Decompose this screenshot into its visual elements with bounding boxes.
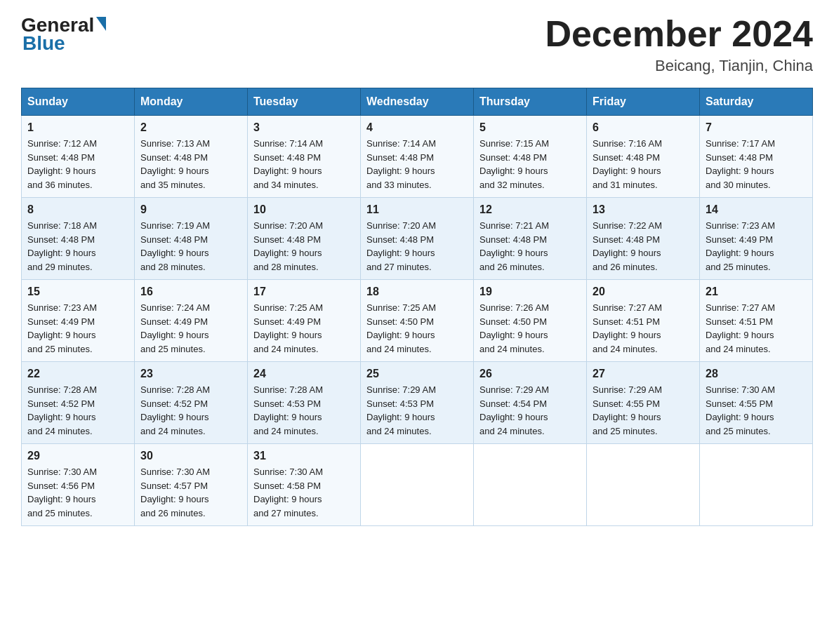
day-info: Sunrise: 7:14 AM Sunset: 4:48 PM Dayligh…	[253, 137, 355, 192]
day-number: 9	[140, 203, 241, 216]
day-cell: 18 Sunrise: 7:25 AM Sunset: 4:50 PM Dayl…	[361, 280, 474, 362]
header-cell-friday: Friday	[587, 88, 700, 116]
day-number: 11	[366, 203, 468, 216]
calendar-table: SundayMondayTuesdayWednesdayThursdayFrid…	[21, 88, 813, 526]
header-cell-sunday: Sunday	[22, 88, 135, 116]
day-info: Sunrise: 7:28 AM Sunset: 4:53 PM Dayligh…	[253, 383, 355, 438]
week-row-2: 8 Sunrise: 7:18 AM Sunset: 4:48 PM Dayli…	[22, 198, 813, 280]
page-header: General Blue December 2024 Beicang, Tian…	[21, 14, 813, 75]
day-info: Sunrise: 7:25 AM Sunset: 4:49 PM Dayligh…	[253, 301, 355, 356]
day-number: 2	[140, 121, 241, 134]
day-info: Sunrise: 7:20 AM Sunset: 4:48 PM Dayligh…	[253, 219, 355, 274]
day-info: Sunrise: 7:26 AM Sunset: 4:50 PM Dayligh…	[479, 301, 581, 356]
day-info: Sunrise: 7:27 AM Sunset: 4:51 PM Dayligh…	[706, 301, 807, 356]
day-cell: 27 Sunrise: 7:29 AM Sunset: 4:55 PM Dayl…	[587, 362, 700, 444]
header-cell-thursday: Thursday	[474, 88, 587, 116]
week-row-5: 29 Sunrise: 7:30 AM Sunset: 4:56 PM Dayl…	[22, 444, 813, 526]
day-number: 25	[366, 368, 468, 380]
day-info: Sunrise: 7:28 AM Sunset: 4:52 PM Dayligh…	[27, 383, 128, 438]
location-title: Beicang, Tianjin, China	[545, 57, 813, 75]
day-info: Sunrise: 7:25 AM Sunset: 4:50 PM Dayligh…	[366, 301, 468, 356]
day-number: 19	[479, 286, 581, 298]
day-number: 24	[253, 368, 355, 380]
day-info: Sunrise: 7:12 AM Sunset: 4:48 PM Dayligh…	[27, 137, 128, 192]
day-info: Sunrise: 7:13 AM Sunset: 4:48 PM Dayligh…	[140, 137, 241, 192]
day-number: 17	[253, 286, 355, 298]
month-title: December 2024	[545, 14, 813, 54]
day-cell: 17 Sunrise: 7:25 AM Sunset: 4:49 PM Dayl…	[248, 280, 361, 362]
header-cell-tuesday: Tuesday	[248, 88, 361, 116]
day-cell: 22 Sunrise: 7:28 AM Sunset: 4:52 PM Dayl…	[22, 362, 135, 444]
day-info: Sunrise: 7:17 AM Sunset: 4:48 PM Dayligh…	[706, 137, 807, 192]
day-number: 10	[253, 203, 355, 216]
day-number: 4	[366, 121, 468, 134]
day-number: 23	[140, 368, 241, 380]
day-number: 29	[27, 450, 128, 462]
day-cell: 31 Sunrise: 7:30 AM Sunset: 4:58 PM Dayl…	[248, 444, 361, 526]
day-cell: 14 Sunrise: 7:23 AM Sunset: 4:49 PM Dayl…	[700, 198, 813, 280]
day-cell: 12 Sunrise: 7:21 AM Sunset: 4:48 PM Dayl…	[474, 198, 587, 280]
day-info: Sunrise: 7:19 AM Sunset: 4:48 PM Dayligh…	[140, 219, 241, 274]
day-cell: 3 Sunrise: 7:14 AM Sunset: 4:48 PM Dayli…	[248, 116, 361, 198]
day-info: Sunrise: 7:14 AM Sunset: 4:48 PM Dayligh…	[366, 137, 468, 192]
day-info: Sunrise: 7:29 AM Sunset: 4:53 PM Dayligh…	[366, 383, 468, 438]
day-cell: 20 Sunrise: 7:27 AM Sunset: 4:51 PM Dayl…	[587, 280, 700, 362]
week-row-1: 1 Sunrise: 7:12 AM Sunset: 4:48 PM Dayli…	[22, 116, 813, 198]
day-cell: 21 Sunrise: 7:27 AM Sunset: 4:51 PM Dayl…	[700, 280, 813, 362]
day-cell: 24 Sunrise: 7:28 AM Sunset: 4:53 PM Dayl…	[248, 362, 361, 444]
day-cell: 9 Sunrise: 7:19 AM Sunset: 4:48 PM Dayli…	[135, 198, 248, 280]
day-cell: 13 Sunrise: 7:22 AM Sunset: 4:48 PM Dayl…	[587, 198, 700, 280]
day-number: 27	[593, 368, 694, 380]
day-info: Sunrise: 7:30 AM Sunset: 4:55 PM Dayligh…	[706, 383, 807, 438]
day-info: Sunrise: 7:29 AM Sunset: 4:54 PM Dayligh…	[479, 383, 581, 438]
day-cell: 26 Sunrise: 7:29 AM Sunset: 4:54 PM Dayl…	[474, 362, 587, 444]
day-info: Sunrise: 7:22 AM Sunset: 4:48 PM Dayligh…	[593, 219, 694, 274]
week-row-4: 22 Sunrise: 7:28 AM Sunset: 4:52 PM Dayl…	[22, 362, 813, 444]
day-number: 14	[706, 203, 807, 216]
day-number: 5	[479, 121, 581, 134]
day-info: Sunrise: 7:24 AM Sunset: 4:49 PM Dayligh…	[140, 301, 241, 356]
week-row-3: 15 Sunrise: 7:23 AM Sunset: 4:49 PM Dayl…	[22, 280, 813, 362]
day-number: 18	[366, 286, 468, 298]
day-cell: 7 Sunrise: 7:17 AM Sunset: 4:48 PM Dayli…	[700, 116, 813, 198]
day-info: Sunrise: 7:21 AM Sunset: 4:48 PM Dayligh…	[479, 219, 581, 274]
day-cell	[361, 444, 474, 526]
day-number: 7	[706, 121, 807, 134]
logo: General Blue	[21, 14, 106, 55]
day-cell: 4 Sunrise: 7:14 AM Sunset: 4:48 PM Dayli…	[361, 116, 474, 198]
title-area: December 2024 Beicang, Tianjin, China	[545, 14, 813, 75]
day-cell: 8 Sunrise: 7:18 AM Sunset: 4:48 PM Dayli…	[22, 198, 135, 280]
day-number: 26	[479, 368, 581, 380]
calendar-header: SundayMondayTuesdayWednesdayThursdayFrid…	[22, 88, 813, 116]
header-cell-saturday: Saturday	[700, 88, 813, 116]
day-number: 1	[27, 121, 128, 134]
day-info: Sunrise: 7:15 AM Sunset: 4:48 PM Dayligh…	[479, 137, 581, 192]
day-cell: 10 Sunrise: 7:20 AM Sunset: 4:48 PM Dayl…	[248, 198, 361, 280]
day-cell	[700, 444, 813, 526]
day-number: 20	[593, 286, 694, 298]
day-info: Sunrise: 7:28 AM Sunset: 4:52 PM Dayligh…	[140, 383, 241, 438]
day-number: 3	[253, 121, 355, 134]
day-cell: 25 Sunrise: 7:29 AM Sunset: 4:53 PM Dayl…	[361, 362, 474, 444]
day-cell: 30 Sunrise: 7:30 AM Sunset: 4:57 PM Dayl…	[135, 444, 248, 526]
day-cell: 5 Sunrise: 7:15 AM Sunset: 4:48 PM Dayli…	[474, 116, 587, 198]
day-number: 13	[593, 203, 694, 216]
day-number: 6	[593, 121, 694, 134]
day-cell: 23 Sunrise: 7:28 AM Sunset: 4:52 PM Dayl…	[135, 362, 248, 444]
day-cell: 29 Sunrise: 7:30 AM Sunset: 4:56 PM Dayl…	[22, 444, 135, 526]
day-cell: 1 Sunrise: 7:12 AM Sunset: 4:48 PM Dayli…	[22, 116, 135, 198]
day-cell: 6 Sunrise: 7:16 AM Sunset: 4:48 PM Dayli…	[587, 116, 700, 198]
day-number: 30	[140, 450, 241, 462]
day-number: 12	[479, 203, 581, 216]
logo-blue-text: Blue	[22, 32, 65, 55]
calendar-body: 1 Sunrise: 7:12 AM Sunset: 4:48 PM Dayli…	[22, 116, 813, 526]
day-cell: 19 Sunrise: 7:26 AM Sunset: 4:50 PM Dayl…	[474, 280, 587, 362]
day-cell	[474, 444, 587, 526]
day-info: Sunrise: 7:29 AM Sunset: 4:55 PM Dayligh…	[593, 383, 694, 438]
day-info: Sunrise: 7:30 AM Sunset: 4:57 PM Dayligh…	[140, 465, 241, 520]
day-number: 31	[253, 450, 355, 462]
day-cell	[587, 444, 700, 526]
logo-arrow-icon	[96, 17, 106, 31]
day-cell: 11 Sunrise: 7:20 AM Sunset: 4:48 PM Dayl…	[361, 198, 474, 280]
day-number: 21	[706, 286, 807, 298]
